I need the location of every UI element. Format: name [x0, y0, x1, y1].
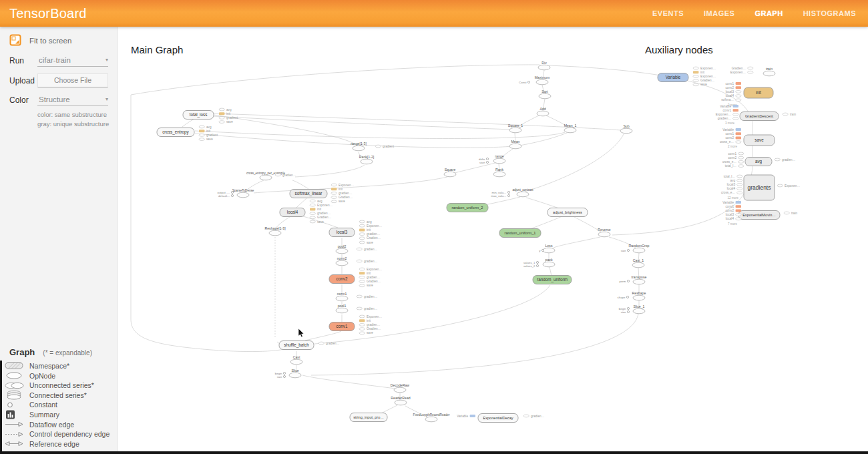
annotation-node-icon	[736, 86, 741, 89]
graph-node-cross-entropy[interactable]: cross_entropy	[157, 128, 194, 137]
annotation-node-icon	[357, 260, 362, 262]
graph-node-gradients[interactable]: gradients	[744, 175, 775, 200]
op-node-sqrt[interactable]: Sqrt	[539, 89, 551, 99]
annotation-node-icon	[359, 228, 365, 231]
color-note-2: gray: unique substructure	[37, 120, 117, 129]
op-node-div[interactable]: Div	[538, 61, 550, 70]
graph-node-save[interactable]: save	[744, 135, 775, 146]
graph-node-conv2[interactable]: conv2	[329, 275, 355, 284]
op-node-pack[interactable]: packvalues_1values_2	[523, 258, 555, 268]
op-node-rank[interactable]: Rank	[493, 168, 505, 177]
op-node-square[interactable]: Square	[444, 168, 456, 177]
annotation-node-icon	[733, 105, 738, 107]
op-node-maximum[interactable]: MaximumConst	[519, 75, 550, 85]
annotation-stack: avgExponen…initgradien…Gradien…save	[310, 200, 333, 224]
constant-icon	[231, 194, 233, 196]
op-node-mean[interactable]: Mean	[509, 140, 521, 149]
tab-bar: EVENTSIMAGESGRAPHHISTOGRAMS	[632, 9, 868, 17]
op-node-range-1-3-[interactable]: range[1-3]	[351, 142, 367, 151]
op-node-cast-1[interactable]: Cast_1	[632, 258, 644, 268]
op-node-norm1[interactable]: norm1	[336, 292, 348, 301]
graph-node-total-loss[interactable]: total_loss	[183, 111, 214, 120]
op-node-norm2[interactable]: norm2	[336, 256, 348, 266]
graph-node-local3[interactable]: local3	[329, 228, 355, 237]
fit-to-screen-button[interactable]	[8, 33, 23, 48]
graph-node-random-uniform[interactable]: random_uniform	[533, 276, 572, 284]
graph-node-softmax-linear[interactable]: softmax_linear	[290, 190, 327, 198]
op-node-pool1[interactable]: pool1	[336, 304, 348, 313]
op-node-transpose[interactable]: transposeperm	[619, 275, 646, 284]
tab-images[interactable]: IMAGES	[704, 9, 734, 17]
op-node-mean-1[interactable]: Mean_1	[564, 124, 577, 133]
op-node-add[interactable]: Add	[537, 107, 549, 116]
run-label: Run	[9, 56, 37, 65]
op-node-label: FixedLengthRecordReader	[413, 413, 450, 417]
annotation-stack: train	[783, 113, 797, 116]
graph-node-label: conv2	[337, 276, 348, 281]
annotation-node-icon	[219, 117, 224, 120]
graph-node-exponentialmovin-[interactable]: ExponentialMovin…	[738, 211, 780, 220]
graph-node-variable[interactable]: Variable	[658, 73, 688, 82]
op-node-less[interactable]: Lessy	[539, 244, 555, 253]
constant-label: size	[277, 375, 282, 379]
opnode-icon	[237, 192, 249, 198]
run-select[interactable]: cifar-train ▾	[37, 55, 108, 67]
op-node-reshape[interactable]: Reshapeshape	[618, 291, 646, 300]
opnode-icon	[633, 279, 645, 284]
tab-events[interactable]: EVENTS	[652, 9, 684, 17]
graph-node-gradientdescent[interactable]: GradientDescent	[740, 112, 779, 121]
op-node-pool2[interactable]: pool2	[336, 244, 348, 254]
opnode-icon	[425, 417, 437, 422]
annotation-stack: Variableconv1conv2cross_e…2 more	[720, 128, 741, 149]
tab-histograms[interactable]: HISTOGRAMS	[803, 9, 856, 17]
op-node-decoderaw[interactable]: DecodeRaw	[391, 383, 410, 393]
op-node-adjust-contrast[interactable]: adjust_contrastmin_valu…max_valu…	[491, 188, 533, 198]
annotation-label: train	[790, 113, 797, 116]
op-node-slice-1[interactable]: Slice_1beginsize	[619, 304, 645, 314]
annotation-more-label: 3 more	[725, 122, 735, 125]
op-node-square-1[interactable]: Square_1	[508, 124, 523, 133]
graph-node-shuffle-batch[interactable]: shuffle_batch	[279, 341, 314, 350]
op-node-slice[interactable]: Slicebeginsize	[275, 369, 301, 379]
graph-node-local4[interactable]: local4	[280, 208, 305, 217]
annotation-node-icon	[359, 268, 365, 270]
graph-node-avg[interactable]: avg	[745, 158, 772, 166]
graph-node-adjust-brightness[interactable]: adjust_brightness	[548, 208, 588, 217]
op-node-range[interactable]: rangedeltastart	[479, 154, 505, 164]
graph-node-random-uniform-1[interactable]: random_uniform_1	[499, 229, 541, 238]
op-node-label: norm1	[337, 292, 347, 296]
annotation-label: Exponen…	[700, 67, 716, 70]
op-node-sparsetodense[interactable]: SparseToDenseoutput_…default…	[217, 189, 254, 198]
graph-node-conv1[interactable]: conv1	[329, 322, 355, 331]
constant-icon	[536, 261, 538, 263]
opnode-icon	[632, 262, 644, 268]
op-node-label: Mean	[511, 140, 520, 144]
constant-icon	[231, 191, 233, 193]
graph-node-random-uniform-2[interactable]: random_uniform_2	[447, 204, 488, 212]
op-node-fixedlengthrecordreader[interactable]: FixedLengthRecordReader	[413, 413, 450, 422]
graph-node-init[interactable]: init	[744, 87, 773, 98]
annotation-label: save	[226, 120, 233, 124]
op-node-rank-1-2-[interactable]: Rank[1-2]	[359, 155, 375, 164]
graph-canvas[interactable]: DivMaximumConstSqrtAddSquare_1Mean_1SubM…	[118, 27, 868, 454]
op-node-sub[interactable]: Sub	[620, 124, 632, 134]
annotation-node-icon	[199, 126, 204, 128]
op-node-cast[interactable]: Cast	[290, 355, 302, 365]
color-select[interactable]: Structure ▾	[37, 94, 108, 106]
choose-file-button[interactable]: Choose File	[37, 73, 108, 87]
opnode-icon	[336, 248, 348, 254]
graph-node-exponentialdecay[interactable]: ExponentialDecay	[478, 414, 518, 423]
op-node-reverse[interactable]: Reverse	[598, 228, 610, 237]
graph-node-string-input-pro-[interactable]: string_input_pro…	[350, 413, 387, 422]
opnode-icon	[336, 260, 348, 266]
op-node-label: Sqrt	[541, 89, 548, 93]
tab-graph[interactable]: GRAPH	[754, 9, 783, 17]
op-node-train[interactable]: train	[763, 67, 775, 76]
annotation-node-icon	[737, 175, 742, 178]
op-node-readerread[interactable]: ReaderRead	[391, 396, 411, 405]
graph-edge	[296, 198, 307, 208]
graph-node-label: softmax_linear	[295, 191, 322, 196]
app-title: TensorBoard	[0, 6, 87, 21]
op-node-randomcrop[interactable]: RandomCropsize	[621, 244, 650, 253]
op-node-reshape-1-3-[interactable]: Reshape[1-3]	[264, 226, 286, 236]
